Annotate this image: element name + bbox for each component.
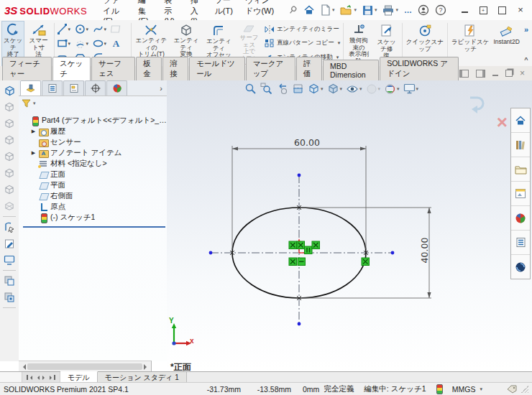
confirmation-corner-cancel-icon[interactable]: × [497, 115, 508, 129]
section-view-icon[interactable] [292, 83, 304, 95]
next-tab-button[interactable] [42, 376, 47, 380]
appearances-icon[interactable] [511, 206, 530, 231]
doc-restore-button[interactable] [505, 70, 513, 77]
view-palette-icon[interactable] [511, 182, 530, 206]
confirmation-corner-accept-icon[interactable] [466, 96, 487, 115]
home-tab-icon[interactable] [511, 108, 530, 133]
linear-pattern-caret[interactable]: ▾ [338, 40, 341, 46]
command-tab[interactable]: スケッチ [52, 57, 91, 81]
zoom-area-icon[interactable] [260, 83, 272, 95]
display-style-icon[interactable]: ▾ [327, 83, 343, 95]
fit-window-button[interactable]: + [479, 6, 487, 14]
cube-icon[interactable] [1, 198, 17, 214]
display-manager-tab-icon[interactable] [106, 80, 127, 96]
print-caret[interactable]: ▾ [395, 7, 398, 13]
tree-item[interactable]: 原点 [22, 201, 167, 212]
tree-filter[interactable]: ▾ [19, 96, 167, 111]
resize-grip[interactable] [521, 386, 528, 393]
previous-view-icon[interactable] [276, 83, 288, 95]
rollback-bar[interactable] [23, 226, 165, 228]
tree-item[interactable]: センサー [22, 136, 167, 147]
properties-tab-icon[interactable] [42, 80, 63, 96]
copy-icon[interactable] [1, 273, 17, 289]
scene-icon[interactable]: ▾ [384, 83, 400, 95]
save-caret[interactable]: ▾ [375, 7, 377, 13]
tree-item[interactable]: ▶ アノテート アイテム [22, 147, 167, 158]
dimxpert-tab-icon[interactable] [85, 80, 106, 96]
tree-item[interactable]: 材料 <指定なし> [22, 158, 167, 169]
zoom-fit-icon[interactable] [244, 83, 257, 95]
help-icon[interactable]: ? [434, 4, 447, 17]
home-icon[interactable] [303, 4, 316, 17]
file-explorer-icon[interactable] [511, 157, 530, 182]
command-tab[interactable]: マークアップ [246, 57, 295, 81]
features-tab-icon[interactable] [20, 80, 41, 96]
tree-item[interactable]: (-) スケッチ1 [22, 212, 167, 223]
ribbon-collapse-button[interactable]: ^ [524, 56, 528, 63]
linear-pattern-button[interactable]: 直線パターン コピー ▾ [265, 37, 340, 50]
command-tab[interactable]: 板金 [136, 57, 162, 81]
cube-icon[interactable] [1, 116, 17, 131]
doc-close-button[interactable]: × [520, 68, 525, 78]
command-tab[interactable]: サーフェス [91, 57, 135, 81]
edit-appearance-icon[interactable]: ▾ [366, 83, 381, 95]
maximize-button[interactable] [497, 6, 506, 14]
graphics-viewport[interactable]: ▾ ▾ ▾ ▾ ▾ ▾ × [167, 80, 532, 372]
sketch-edit-icon[interactable] [1, 236, 17, 251]
tree-item[interactable]: 平面 [22, 180, 167, 190]
print-icon[interactable]: ▾ [382, 4, 399, 17]
mirror-entities-button[interactable]: エンティティのミラー [265, 23, 340, 35]
prev-tab-button[interactable] [35, 376, 40, 380]
constraint-badges[interactable] [289, 241, 370, 266]
cube-icon[interactable] [1, 132, 17, 148]
rectangle-tool-icon[interactable]: ▾ [57, 38, 75, 49]
open-caret[interactable]: ▾ [354, 7, 357, 13]
open-icon[interactable]: ▾ [339, 4, 357, 17]
save-icon[interactable]: ▾ [362, 4, 378, 17]
plane-tool-icon[interactable] [111, 24, 129, 34]
ribbon-overflow-button[interactable]: » [524, 25, 528, 34]
model-tab[interactable]: モーション スタディ 1 [98, 372, 187, 383]
pane-left-icon[interactable] [459, 70, 469, 78]
design-library-icon[interactable] [511, 133, 530, 157]
cube-icon[interactable] [1, 165, 17, 181]
command-tab[interactable]: MBD Dimension [323, 60, 379, 81]
text-tool-icon[interactable]: A [111, 38, 129, 49]
custom-properties-icon[interactable] [511, 231, 530, 255]
cube-icon[interactable] [1, 182, 17, 198]
copy-settings-icon[interactable] [1, 289, 17, 305]
view-settings-icon[interactable]: ▾ [403, 83, 419, 94]
tree-root-item[interactable]: Part4 (デフォルト<<デフォルト>_表示状態 1> [22, 115, 167, 126]
instant2d-button[interactable]: Instant2D [491, 21, 521, 66]
circle-tool-icon[interactable]: ▾ [75, 24, 93, 34]
dimension-height-label[interactable]: 40.00 [419, 233, 430, 268]
more-icon[interactable]: … [403, 5, 413, 15]
account-icon[interactable] [417, 4, 430, 17]
pane-right-icon[interactable] [476, 70, 485, 78]
tree-item[interactable]: 正面 [22, 169, 167, 180]
command-tab[interactable]: 溶接 [162, 57, 188, 81]
last-tab-button[interactable] [50, 375, 55, 380]
command-tab[interactable]: SOLIDWORKS アドイン [380, 57, 459, 81]
line-tool-icon[interactable]: ▾ [57, 24, 75, 34]
spline-tool-icon[interactable]: ▾ [93, 24, 111, 34]
close-button[interactable]: × [516, 6, 525, 14]
hide-show-icon[interactable]: ▾ [346, 83, 362, 94]
tag-icon[interactable] [507, 385, 517, 394]
new-document-icon[interactable]: ▾ [320, 4, 336, 17]
minimize-button[interactable] [460, 6, 469, 14]
expand-arrow-icon[interactable]: ▶ [30, 129, 37, 134]
command-tab[interactable]: モールドツール [189, 57, 244, 81]
model-tab[interactable]: モデル [60, 371, 98, 383]
scroll-right-icon[interactable] [144, 364, 150, 370]
pin-icon[interactable] [285, 2, 301, 17]
select-icon[interactable] [1, 219, 17, 235]
doc-minimize-button[interactable] [492, 71, 498, 76]
ellipse-tool-icon[interactable]: ▾ [93, 38, 111, 49]
command-tab[interactable]: フィーチャー [2, 57, 52, 81]
tree-horizontal-scrollbar[interactable] [19, 361, 152, 372]
unit-system-caret[interactable]: ▾ [480, 386, 482, 392]
cube-icon[interactable] [1, 149, 17, 164]
scroll-thumb[interactable] [27, 363, 142, 370]
first-tab-button[interactable] [27, 375, 32, 380]
